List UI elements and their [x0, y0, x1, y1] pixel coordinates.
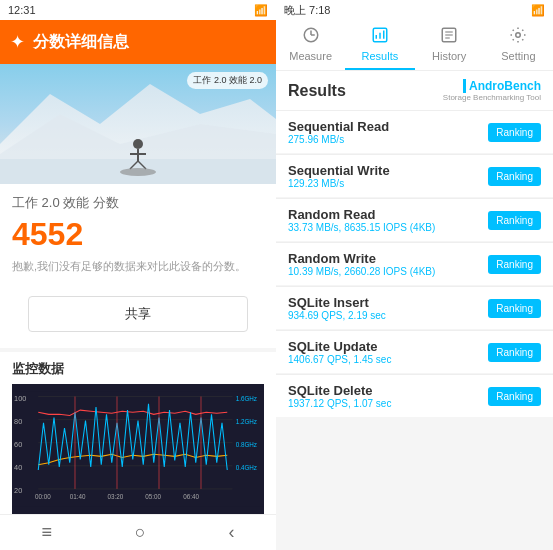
sequential-write-value: 129.23 MB/s — [288, 178, 488, 189]
svg-text:01:40: 01:40 — [70, 494, 86, 501]
result-row-random-read: Random Read 33.73 MB/s, 8635.15 IOPS (4K… — [276, 199, 553, 241]
sqlite-update-info: SQLite Update 1406.67 QPS, 1.45 sec — [288, 339, 488, 365]
setting-icon — [509, 26, 527, 48]
svg-text:100: 100 — [14, 394, 26, 403]
svg-text:03:20: 03:20 — [108, 494, 124, 501]
result-row-random-write: Random Write 10.39 MB/s, 2660.28 IOPS (4… — [276, 243, 553, 285]
random-write-value: 10.39 MB/s, 2660.28 IOPS (4KB) — [288, 266, 488, 277]
androbench-name-row: AndroBench — [463, 79, 541, 93]
header-title: 分数详细信息 — [33, 32, 129, 53]
home-icon[interactable]: ○ — [135, 522, 146, 543]
tab-results[interactable]: Results — [345, 20, 414, 70]
random-read-ranking-button[interactable]: Ranking — [488, 211, 541, 230]
monitor-title: 监控数据 — [12, 360, 264, 378]
random-write-name: Random Write — [288, 251, 488, 266]
menu-icon[interactable]: ≡ — [41, 522, 52, 543]
tab-setting[interactable]: Setting — [484, 20, 553, 70]
androbench-bar — [463, 79, 466, 93]
result-row-sqlite-delete: SQLite Delete 1937.12 QPS, 1.07 sec Rank… — [276, 375, 553, 417]
random-read-value: 33.73 MB/s, 8635.15 IOPS (4KB) — [288, 222, 488, 233]
svg-text:1.2GHz: 1.2GHz — [236, 418, 257, 425]
sqlite-delete-info: SQLite Delete 1937.12 QPS, 1.07 sec — [288, 383, 488, 409]
left-content: 工作 2.0 效能 2.0 工作 2.0 效能 分数 4552 抱歉,我们没有足… — [0, 64, 276, 514]
androbench-name: AndroBench — [469, 79, 541, 93]
svg-text:40: 40 — [14, 463, 22, 472]
sequential-write-ranking-button[interactable]: Ranking — [488, 167, 541, 186]
sqlite-insert-ranking-button[interactable]: Ranking — [488, 299, 541, 318]
svg-rect-10 — [12, 392, 264, 508]
svg-point-9 — [120, 168, 156, 176]
sqlite-insert-name: SQLite Insert — [288, 295, 488, 310]
sqlite-update-ranking-button[interactable]: Ranking — [488, 343, 541, 362]
sequential-write-name: Sequential Write — [288, 163, 488, 178]
left-time: 12:31 — [8, 4, 36, 16]
score-value: 4552 — [12, 216, 83, 252]
results-header: Results AndroBench Storage Benchmarking … — [276, 71, 553, 111]
sequential-write-info: Sequential Write 129.23 MB/s — [288, 163, 488, 189]
random-read-name: Random Read — [288, 207, 488, 222]
monitor-chart: 100 80 60 40 20 1.6GHz 1.2GHz 0.8GHz 0.4… — [12, 384, 264, 514]
left-panel: 12:31 📶 ✦ 分数详细信息 — [0, 0, 276, 550]
score-section: 工作 2.0 效能 分数 4552 抱歉,我们没有足够的数据来对比此设备的分数。 — [0, 184, 276, 280]
right-tab-bar: Measure Results History Setting — [276, 20, 553, 71]
results-title: Results — [288, 82, 346, 100]
svg-text:06:40: 06:40 — [183, 494, 199, 501]
svg-text:0.8GHz: 0.8GHz — [236, 441, 257, 448]
tab-history-label: History — [432, 50, 466, 62]
right-panel: 晚上 7:18 📶 Measure Results History — [276, 0, 553, 550]
tab-measure-label: Measure — [289, 50, 332, 62]
hero-image: 工作 2.0 效能 2.0 — [0, 64, 276, 184]
right-time: 晚上 7:18 — [284, 3, 330, 18]
score-label: 工作 2.0 效能 分数 — [12, 194, 264, 212]
left-status-bar: 12:31 📶 — [0, 0, 276, 20]
svg-text:05:00: 05:00 — [145, 494, 161, 501]
right-content: Results AndroBench Storage Benchmarking … — [276, 71, 553, 550]
sqlite-delete-value: 1937.12 QPS, 1.07 sec — [288, 398, 488, 409]
result-row-sequential-write: Sequential Write 129.23 MB/s Ranking — [276, 155, 553, 197]
chart-svg: 100 80 60 40 20 1.6GHz 1.2GHz 0.8GHz 0.4… — [12, 384, 264, 514]
svg-text:20: 20 — [14, 486, 22, 495]
history-icon — [440, 26, 458, 48]
sqlite-update-value: 1406.67 QPS, 1.45 sec — [288, 354, 488, 365]
svg-text:80: 80 — [14, 417, 22, 426]
result-row-sequential-read: Sequential Read 275.96 MB/s Ranking — [276, 111, 553, 153]
sequential-read-value: 275.96 MB/s — [288, 134, 488, 145]
sequential-read-ranking-button[interactable]: Ranking — [488, 123, 541, 142]
back-icon[interactable]: ‹ — [229, 522, 235, 543]
score-desc: 抱歉,我们没有足够的数据来对比此设备的分数。 — [12, 259, 264, 274]
sqlite-delete-ranking-button[interactable]: Ranking — [488, 387, 541, 406]
svg-text:1.6GHz: 1.6GHz — [236, 395, 257, 402]
measure-icon — [302, 26, 320, 48]
left-header: ✦ 分数详细信息 — [0, 20, 276, 64]
svg-point-45 — [516, 33, 521, 38]
result-row-sqlite-update: SQLite Update 1406.67 QPS, 1.45 sec Rank… — [276, 331, 553, 373]
sqlite-insert-value: 934.69 QPS, 2.19 sec — [288, 310, 488, 321]
tab-history[interactable]: History — [415, 20, 484, 70]
result-row-sqlite-insert: SQLite Insert 934.69 QPS, 2.19 sec Ranki… — [276, 287, 553, 329]
androbench-sub: Storage Benchmarking Tool — [443, 93, 541, 102]
tab-results-label: Results — [362, 50, 399, 62]
sequential-read-info: Sequential Read 275.96 MB/s — [288, 119, 488, 145]
share-button[interactable]: 共享 — [28, 296, 249, 332]
right-signal-icons: 📶 — [531, 4, 545, 17]
left-bottom-nav: ≡ ○ ‹ — [0, 514, 276, 550]
androbench-logo: AndroBench Storage Benchmarking Tool — [443, 79, 541, 102]
sqlite-delete-name: SQLite Delete — [288, 383, 488, 398]
svg-text:00:00: 00:00 — [35, 494, 51, 501]
svg-point-4 — [133, 139, 143, 149]
random-read-info: Random Read 33.73 MB/s, 8635.15 IOPS (4K… — [288, 207, 488, 233]
random-write-info: Random Write 10.39 MB/s, 2660.28 IOPS (4… — [288, 251, 488, 277]
right-status-bar: 晚上 7:18 📶 — [276, 0, 553, 20]
sqlite-insert-info: SQLite Insert 934.69 QPS, 2.19 sec — [288, 295, 488, 321]
results-icon — [371, 26, 389, 48]
tab-measure[interactable]: Measure — [276, 20, 345, 70]
sequential-read-name: Sequential Read — [288, 119, 488, 134]
svg-text:0.4GHz: 0.4GHz — [236, 464, 257, 471]
monitor-section: 监控数据 100 80 60 40 20 1.6G — [0, 352, 276, 514]
sqlite-update-name: SQLite Update — [288, 339, 488, 354]
header-star-icon: ✦ — [10, 31, 25, 53]
left-signal-icons: 📶 — [254, 4, 268, 17]
svg-text:60: 60 — [14, 440, 22, 449]
tab-setting-label: Setting — [501, 50, 535, 62]
random-write-ranking-button[interactable]: Ranking — [488, 255, 541, 274]
